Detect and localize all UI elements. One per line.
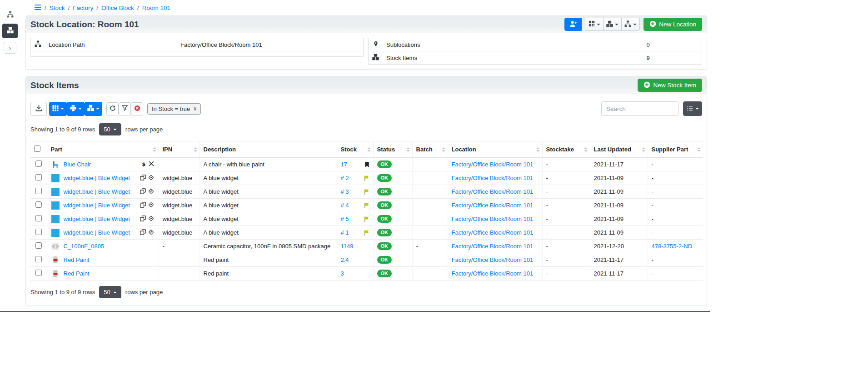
status-badge: OK <box>377 174 392 182</box>
breadcrumb-link-factory[interactable]: Factory <box>73 5 93 11</box>
supplier-part-cell: - <box>648 212 703 226</box>
breadcrumb-separator: / <box>45 5 46 11</box>
location-actions-button[interactable] <box>621 18 640 31</box>
filter-chip-close-icon[interactable]: x <box>194 105 196 112</box>
stock-link[interactable]: # 1 <box>341 229 349 236</box>
part-link[interactable]: widget.blue | Blue Widget <box>64 202 130 209</box>
stock-link[interactable]: # 3 <box>341 188 349 195</box>
table-row: widget.blue | Blue Widget widget.blue A … <box>30 185 703 199</box>
row-checkbox[interactable] <box>35 160 42 167</box>
stock-link[interactable]: 1149 <box>341 243 354 250</box>
breadcrumb-link-stock[interactable]: Stock <box>50 5 65 11</box>
part-link[interactable]: widget.blue | Blue Widget <box>64 188 130 195</box>
flag-icon <box>364 202 369 209</box>
supplier-part-link[interactable]: 478-3755-2-ND <box>652 243 693 250</box>
stock-link[interactable]: 3 <box>341 270 344 277</box>
row-checkbox[interactable] <box>35 229 42 235</box>
part-link[interactable]: widget.blue | Blue Widget <box>64 216 130 222</box>
location-path-table: Location Path Factory/Office Block/Room … <box>30 38 364 57</box>
user-access-button[interactable] <box>564 18 582 31</box>
part-link[interactable]: Red Paint <box>64 270 90 277</box>
stock-link[interactable]: 17 <box>341 161 347 168</box>
location-link[interactable]: Factory/Office Block/Room 101 <box>452 216 534 222</box>
select-all-checkbox[interactable] <box>34 145 40 152</box>
sidebar-expand-button[interactable]: › <box>4 42 16 54</box>
location-link[interactable]: Factory/Office Block/Room 101 <box>452 229 534 236</box>
location-link[interactable]: Factory/Office Block/Room 101 <box>452 270 534 277</box>
stock-actions-button[interactable] <box>603 18 622 31</box>
breadcrumb-link-office-block[interactable]: Office Block <box>101 5 134 11</box>
column-header-status[interactable]: Status <box>373 141 412 158</box>
location-link[interactable]: Factory/Office Block/Room 101 <box>452 243 534 250</box>
row-checkbox[interactable] <box>35 188 42 194</box>
column-label: Description <box>204 146 236 153</box>
blue-widget-thumbnail <box>51 187 60 196</box>
column-label: Stock <box>341 146 357 153</box>
toolbar-right <box>601 101 702 116</box>
part-link[interactable]: widget.blue | Blue Widget <box>64 229 130 236</box>
column-header-stocktake[interactable]: Stocktake <box>542 141 590 158</box>
reload-button[interactable] <box>106 102 119 115</box>
search-input[interactable] <box>601 101 678 116</box>
table-toolbar: In Stock = true x <box>30 101 702 116</box>
stock-link[interactable]: # 4 <box>341 202 349 209</box>
stocktake-cell: - <box>542 267 590 281</box>
page-size-button[interactable]: 50 <box>99 123 121 135</box>
boxes-icon <box>7 27 14 35</box>
barcode-actions-button[interactable] <box>49 102 67 116</box>
location-link[interactable]: Factory/Office Block/Room 101 <box>452 256 534 263</box>
column-label: Part <box>51 146 62 153</box>
breadcrumb-separator: / <box>96 5 98 11</box>
last-updated-cell: 2021-12-20 <box>590 240 648 253</box>
breadcrumb-link-room-101[interactable]: Room 101 <box>142 5 170 11</box>
column-header-location[interactable]: Location <box>448 141 542 158</box>
stocktake-cell: - <box>542 158 590 171</box>
blue-widget-thumbnail <box>51 201 60 210</box>
row-checkbox[interactable] <box>35 242 42 249</box>
part-link[interactable]: Blue Chair <box>64 161 91 168</box>
print-actions-button[interactable] <box>67 102 85 116</box>
dollar-icon: $ <box>141 161 146 168</box>
batch-cell <box>412 212 448 226</box>
export-button[interactable] <box>30 102 47 116</box>
row-checkbox[interactable] <box>35 270 42 276</box>
stock-link[interactable]: # 5 <box>341 216 349 222</box>
last-updated-cell: 2021-11-17 <box>590 158 648 171</box>
barcode-actions-button[interactable] <box>585 18 604 31</box>
column-header-description[interactable]: Description <box>200 141 337 158</box>
sidebar-item-sublocations[interactable] <box>3 8 17 22</box>
column-header-batch[interactable]: Batch <box>412 141 448 158</box>
row-checkbox[interactable] <box>35 215 42 221</box>
location-link[interactable]: Factory/Office Block/Room 101 <box>452 188 534 195</box>
column-header-part[interactable]: Part <box>47 141 159 158</box>
boxes-icon <box>372 55 379 62</box>
column-header-ipn[interactable]: IPN <box>159 141 200 158</box>
part-link[interactable]: widget.blue | Blue Widget <box>64 175 130 181</box>
page-size-button[interactable]: 50 <box>99 286 121 298</box>
part-link[interactable]: C_100nF_0805 <box>64 243 105 250</box>
location-link[interactable]: Factory/Office Block/Room 101 <box>452 161 534 168</box>
column-header-supplier-part[interactable]: Supplier Part <box>648 141 703 158</box>
column-header-last-updated[interactable]: Last Updated <box>590 141 648 158</box>
ipn-cell: widget.blue <box>159 226 200 240</box>
location-link[interactable]: Factory/Office Block/Room 101 <box>452 202 534 209</box>
clear-filters-button[interactable] <box>131 102 143 115</box>
row-checkbox[interactable] <box>35 174 42 180</box>
table-row: Blue Chair $ A chair - with blue paint 1… <box>30 158 703 171</box>
location-link[interactable]: Factory/Office Block/Room 101 <box>452 175 534 181</box>
new-location-button[interactable]: New Location <box>644 18 702 31</box>
part-link[interactable]: Red Paint <box>64 256 90 263</box>
add-filter-button[interactable] <box>119 102 131 115</box>
new-stock-item-button[interactable]: New Stock Item <box>638 79 702 92</box>
stock-options-button[interactable] <box>85 102 102 116</box>
stock-link[interactable]: # 2 <box>341 175 349 181</box>
sidebar-item-stock[interactable] <box>2 24 18 38</box>
column-header-stock[interactable]: Stock <box>337 141 373 158</box>
filter-chip[interactable]: In Stock = true x <box>147 103 201 115</box>
stock-link[interactable]: 2.4 <box>341 256 349 263</box>
column-select-button[interactable] <box>683 101 702 116</box>
paint-thumbnail <box>51 269 60 278</box>
row-checkbox[interactable] <box>35 201 42 208</box>
menu-icon[interactable] <box>34 4 41 12</box>
row-checkbox[interactable] <box>35 256 42 262</box>
